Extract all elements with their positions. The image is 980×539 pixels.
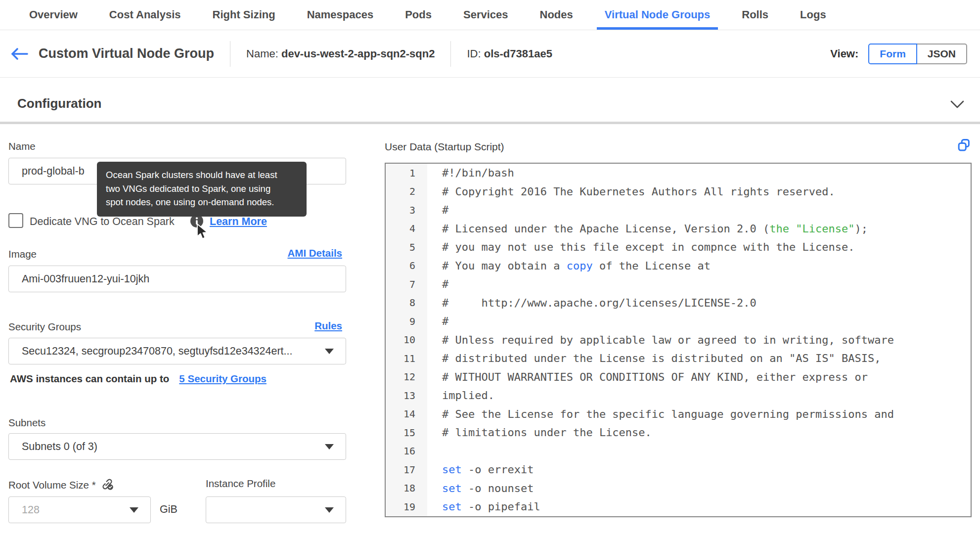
instance-profile-label: Instance Profile	[206, 478, 275, 490]
five-security-groups-link[interactable]: 5 Security Groups	[179, 373, 267, 385]
user-data-panel: User Data (Startup Script) 1#!/bin/bash2…	[385, 0, 972, 539]
line-number: 11	[386, 349, 427, 368]
code-text: set -o pipefail	[427, 500, 540, 513]
code-text: set -o nounset	[427, 482, 534, 494]
code-text: # See the License for the specific langu…	[427, 408, 894, 420]
code-text: implied.	[427, 389, 494, 402]
subnets-label: Subnets	[8, 417, 45, 429]
code-text: #	[427, 278, 448, 290]
code-text: # Licensed under the Apache License, Ver…	[427, 223, 868, 235]
line-number: 16	[386, 442, 427, 461]
code-line: 7#	[386, 275, 971, 294]
link-check-icon	[101, 478, 114, 493]
subnets-select[interactable]: Subnets 0 (of 3)	[8, 433, 346, 460]
code-line: 17set -o errexit	[386, 460, 971, 479]
security-groups-note: AWS instances can contain up to 5 Securi…	[10, 373, 267, 385]
caret-down-icon	[325, 507, 334, 513]
line-number: 14	[386, 405, 427, 424]
copy-button[interactable]	[957, 138, 971, 154]
name-label: Name	[8, 140, 36, 152]
ami-details-link[interactable]: AMI Details	[288, 247, 343, 259]
line-number: 17	[386, 460, 427, 479]
security-groups-label: Security Groups	[8, 321, 81, 333]
line-number: 19	[386, 497, 427, 516]
line-number: 12	[386, 368, 427, 387]
code-line: 13implied.	[386, 386, 971, 405]
image-label: Image	[8, 248, 37, 260]
root-volume-size-select[interactable]: 128	[8, 496, 151, 523]
line-number: 1	[386, 164, 427, 182]
dedicate-vng-label: Dedicate VNG to Ocean Spark	[30, 216, 175, 228]
security-groups-select[interactable]: Secu12324, secgroup23470870, segtuyfsd12…	[8, 338, 346, 364]
code-text: #!/bin/bash	[427, 167, 514, 179]
code-text: # limitations under the License.	[427, 426, 652, 439]
root-volume-label-row: Root Volume Size *	[8, 478, 114, 493]
code-line: 9#	[386, 312, 971, 331]
code-line: 14# See the License for the specific lan…	[386, 405, 971, 424]
configuration-form: Name Ocean Spark clusters should have at…	[8, 0, 346, 539]
image-input[interactable]	[8, 266, 346, 292]
virtual-node-group-page: OverviewCost AnalysisRight SizingNamespa…	[0, 0, 980, 539]
code-text: # http://www.apache.org/licenses/LICENSE…	[427, 297, 757, 309]
code-line: 10# Unless required by applicable law or…	[386, 331, 971, 350]
code-text: # WITHOUT WARRANTIES OR CONDITIONS OF AN…	[427, 371, 868, 383]
code-line: 11# distributed under the License is dis…	[386, 349, 971, 368]
code-line: 18set -o nounset	[386, 479, 971, 498]
line-number: 9	[386, 312, 427, 331]
root-volume-unit: GiB	[160, 503, 178, 516]
security-groups-value: Secu12324, secgroup23470870, segtuyfsd12…	[22, 345, 292, 358]
security-groups-note-text: AWS instances can contain up to	[10, 373, 169, 385]
user-data-label: User Data (Startup Script)	[385, 141, 504, 153]
code-text: # you may not use this file except in co…	[427, 241, 854, 253]
line-number: 2	[386, 182, 427, 201]
caret-down-icon	[325, 444, 334, 449]
code-text: # Copyright 2016 The Kubernetes Authors …	[427, 185, 835, 198]
code-line: 12# WITHOUT WARRANTIES OR CONDITIONS OF …	[386, 368, 971, 387]
line-number: 15	[386, 423, 427, 442]
root-volume-size-placeholder: 128	[22, 504, 40, 516]
line-number: 18	[386, 479, 427, 498]
copy-icon	[957, 138, 971, 152]
code-text: #	[427, 315, 448, 327]
tooltip-text: Ocean Spark clusters should have at leas…	[106, 168, 298, 209]
code-line: 15# limitations under the License.	[386, 423, 971, 442]
code-text: # Unless required by applicable law or a…	[427, 334, 894, 346]
info-icon[interactable]	[190, 214, 204, 230]
line-number: 3	[386, 201, 427, 220]
ocean-spark-tooltip: Ocean Spark clusters should have at leas…	[97, 162, 307, 217]
view-form-button[interactable]: Form	[868, 44, 917, 64]
line-number: 4	[386, 220, 427, 238]
line-number: 10	[386, 331, 427, 350]
caret-down-icon	[130, 507, 138, 513]
code-line: 2# Copyright 2016 The Kubernetes Authors…	[386, 182, 971, 201]
line-number: 5	[386, 238, 427, 257]
subnets-value: Subnets 0 (of 3)	[22, 441, 97, 453]
code-line: 5# you may not use this file except in c…	[386, 238, 971, 257]
caret-down-icon	[325, 349, 334, 354]
code-line: 4# Licensed under the Apache License, Ve…	[386, 220, 971, 238]
code-line: 1#!/bin/bash	[386, 164, 971, 182]
code-lines: 1#!/bin/bash2# Copyright 2016 The Kubern…	[386, 164, 971, 516]
rules-link[interactable]: Rules	[314, 320, 342, 332]
code-text: #	[427, 204, 448, 216]
learn-more-link[interactable]: Learn More	[210, 216, 267, 228]
line-number: 7	[386, 275, 427, 294]
code-line: 16	[386, 442, 971, 461]
code-line: 6# You may obtain a copy of the License …	[386, 257, 971, 275]
line-number: 13	[386, 386, 427, 405]
user-data-editor[interactable]: 1#!/bin/bash2# Copyright 2016 The Kubern…	[385, 163, 972, 517]
code-line: 3#	[386, 201, 971, 220]
line-number: 8	[386, 294, 427, 313]
root-volume-label: Root Volume Size *	[8, 479, 96, 491]
code-text: # distributed under the License is distr…	[427, 352, 881, 364]
line-number: 6	[386, 257, 427, 275]
code-text: # You may obtain a copy of the License a…	[427, 260, 711, 272]
dedicate-vng-checkbox[interactable]	[8, 213, 23, 228]
code-line: 19set -o pipefail	[386, 497, 971, 516]
code-text: set -o errexit	[427, 463, 534, 476]
code-line: 8# http://www.apache.org/licenses/LICENS…	[386, 294, 971, 313]
instance-profile-select[interactable]	[206, 496, 346, 523]
